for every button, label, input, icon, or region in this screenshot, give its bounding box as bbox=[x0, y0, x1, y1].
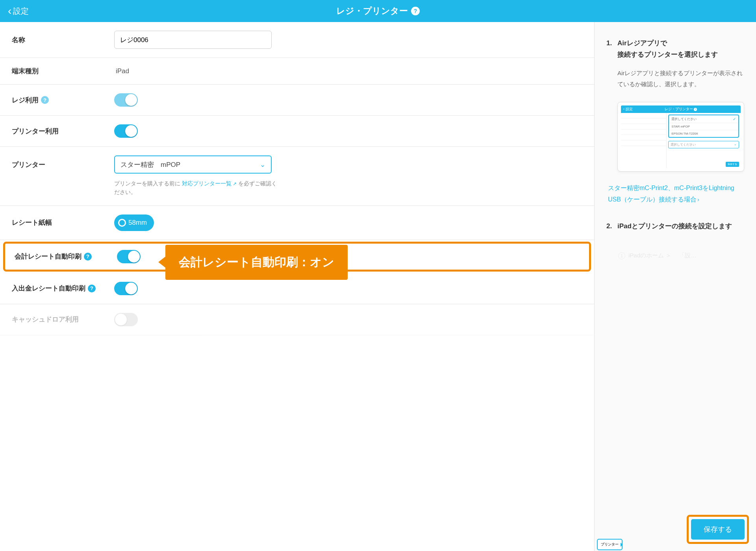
label-register-use: レジ利用 bbox=[12, 96, 39, 105]
help-icon[interactable]: ? bbox=[41, 96, 49, 104]
external-link-icon bbox=[232, 180, 237, 187]
label-printer: プリンター bbox=[12, 155, 114, 174]
label-cash-drawer: キャッシュドロア利用 bbox=[12, 315, 114, 324]
help-panel: 1. Airレジアプリで 接続するプリンターを選択します Airレジアプリと接続… bbox=[595, 22, 756, 551]
back-button[interactable]: ‹ 設定 bbox=[8, 6, 29, 17]
save-button[interactable]: 保存する bbox=[691, 519, 745, 540]
connection-guide-link[interactable]: スター精密mC-Print2、mC-Print3をLightning USB（ケ… bbox=[608, 183, 744, 205]
label-printer-use: プリンター利用 bbox=[12, 127, 114, 136]
row-device-type: 端末種別 iPad bbox=[0, 58, 594, 85]
chevron-down-icon: ⌄ bbox=[260, 161, 265, 169]
row-printer-use: プリンター利用 bbox=[0, 116, 594, 147]
label-paper-width: レシート紙幅 bbox=[12, 218, 114, 227]
supported-printers-link[interactable]: 対応プリンター一覧 bbox=[182, 180, 237, 187]
printer-select[interactable]: スター精密 mPOP ⌄ bbox=[114, 155, 272, 174]
chevron-right-icon: › bbox=[697, 196, 699, 203]
step-num: 1. bbox=[606, 38, 613, 61]
page-title: レジ・プリンター bbox=[336, 5, 408, 17]
row-paper-width: レシート紙幅 58mm bbox=[0, 206, 594, 240]
row-printer: プリンター スター精密 mPOP ⌄ プリンターを購入する前に 対応プリンター一… bbox=[0, 147, 594, 206]
step-circle-icon: 1 bbox=[618, 252, 625, 259]
mini-bubble: プリンター bbox=[597, 539, 623, 550]
help-screenshot: ‹ 設定 レジ・プリンター ? プリンター プリンター 選択してください✓ ST… bbox=[617, 102, 744, 172]
page-title-wrap: レジ・プリンター ? bbox=[336, 5, 420, 17]
help-icon[interactable]: ? bbox=[411, 7, 420, 15]
help-step-1: 1. Airレジアプリで 接続するプリンターを選択します Airレジアプリと接続… bbox=[606, 38, 744, 90]
label-auto-print-cash: 入出金レシート自動印刷 bbox=[12, 284, 85, 293]
value-device-type: iPad bbox=[114, 67, 582, 75]
printer-selected-value: スター精密 mPOP bbox=[120, 160, 180, 169]
back-label: 設定 bbox=[13, 6, 29, 17]
printer-note: プリンターを購入する前に 対応プリンター一覧 を必ずご確認ください。 bbox=[114, 179, 280, 197]
save-button-wrap: 保存する bbox=[687, 515, 749, 544]
radio-selected-icon bbox=[118, 219, 126, 227]
label-device-type: 端末種別 bbox=[12, 67, 114, 76]
printer-use-toggle[interactable] bbox=[114, 124, 138, 138]
paper-width-pill[interactable]: 58mm bbox=[114, 214, 154, 231]
label-name: 名称 bbox=[12, 35, 114, 44]
step-desc: Airレジアプリと接続するプリンターが表示されているか確認し、選択します。 bbox=[617, 68, 744, 90]
chevron-left-icon: ‹ bbox=[8, 6, 11, 17]
main-area: 名称 端末種別 iPad レジ利用 ? プリンター利用 プリンター スター精密 bbox=[0, 22, 756, 551]
app-header: ‹ 設定 レジ・プリンター ? bbox=[0, 0, 756, 22]
row-cash-drawer: キャッシュドロア利用 bbox=[0, 304, 594, 335]
help-icon[interactable]: ? bbox=[88, 285, 96, 292]
register-use-toggle[interactable] bbox=[114, 93, 138, 107]
step-num: 2. bbox=[606, 221, 613, 232]
cash-drawer-toggle bbox=[114, 313, 138, 326]
help-step-2: 2. iPadとプリンターの接続を設定します bbox=[606, 221, 744, 232]
step-title: iPadとプリンターの接続を設定します bbox=[617, 221, 732, 232]
label-auto-print-receipt: 会計レシート自動印刷 bbox=[15, 252, 82, 261]
row-name: 名称 bbox=[0, 22, 594, 58]
paper-width-value: 58mm bbox=[128, 219, 147, 227]
help-icon[interactable]: ? bbox=[84, 253, 92, 261]
faded-instruction: 1 iPadのホーム ＞ 「設… bbox=[606, 244, 744, 267]
step-title: Airレジアプリで 接続するプリンターを選択します bbox=[617, 38, 718, 61]
callout-annotation: 会計レシート自動印刷：オン bbox=[165, 245, 348, 280]
row-register-use: レジ利用 ? bbox=[0, 85, 594, 116]
settings-form: 名称 端末種別 iPad レジ利用 ? プリンター利用 プリンター スター精密 bbox=[0, 22, 595, 551]
name-input[interactable] bbox=[114, 31, 272, 49]
auto-print-receipt-toggle[interactable] bbox=[117, 250, 141, 263]
auto-print-cash-toggle[interactable] bbox=[114, 282, 138, 295]
